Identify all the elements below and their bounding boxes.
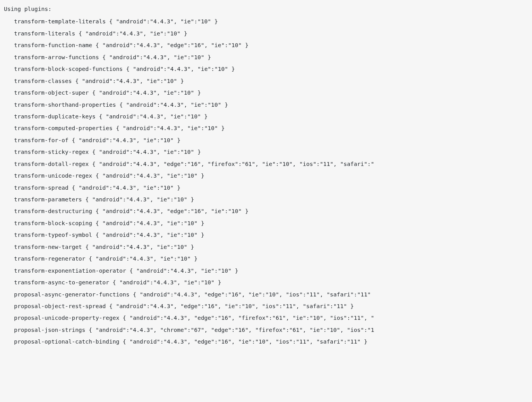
plugin-targets: { "android":"4.4.3", "ie":"10" } xyxy=(109,18,218,25)
plugin-name: transform-duplicate-keys xyxy=(14,113,96,120)
plugin-line: transform-template-literals { "android":… xyxy=(4,16,528,27)
plugin-line: transform-arrow-functions { "android":"4… xyxy=(4,51,528,63)
plugin-targets: { "android":"4.4.3", "ie":"10" } xyxy=(112,279,221,286)
plugin-line: transform-new-target { "android":"4.4.3"… xyxy=(4,241,528,253)
plugin-name: transform-exponentiation-operator xyxy=(14,268,126,274)
plugin-line: transform-function-name { "android":"4.4… xyxy=(4,39,528,51)
plugin-line: proposal-optional-catch-binding { "andro… xyxy=(4,336,528,347)
plugin-name: transform-dotall-regex xyxy=(14,161,89,167)
plugin-targets: { "android":"4.4.3", "ie":"10" } xyxy=(96,173,204,179)
plugin-line: transform-unicode-regex { "android":"4.4… xyxy=(4,170,528,182)
plugin-targets: { "android":"4.4.3", "ie":"10" } xyxy=(75,78,184,84)
plugin-name: transform-literals xyxy=(14,30,75,37)
plugin-targets: { "android":"4.4.3", "chrome":"67", "edg… xyxy=(89,327,374,333)
plugin-line: proposal-object-rest-spread { "android":… xyxy=(4,300,528,312)
plugin-targets: { "android":"4.4.3", "ie":"10" } xyxy=(92,149,201,155)
plugin-name: transform-classes xyxy=(14,78,72,84)
plugin-line: transform-literals { "android":"4.4.3", … xyxy=(4,28,528,39)
plugin-line: transform-spread { "android":"4.4.3", "i… xyxy=(4,182,528,194)
plugin-line: transform-block-scoped-functions { "andr… xyxy=(4,63,528,75)
plugin-targets: { "android":"4.4.3", "ie":"10" } xyxy=(96,232,204,238)
plugin-line: transform-dotall-regex { "android":"4.4.… xyxy=(4,158,528,170)
plugin-targets: { "android":"4.4.3", "ie":"10" } xyxy=(130,268,238,274)
plugin-targets: { "android":"4.4.3", "ie":"10" } xyxy=(79,30,187,37)
plugin-name: transform-destructuring xyxy=(14,208,92,214)
plugin-name: transform-function-name xyxy=(14,42,92,48)
plugin-line: transform-async-to-generator { "android"… xyxy=(4,277,528,288)
plugin-line: proposal-json-strings { "android":"4.4.3… xyxy=(4,324,528,336)
plugin-targets: { "android":"4.4.3", "edge":"16", "ie":"… xyxy=(123,339,367,345)
plugin-targets: { "android":"4.4.3", "ie":"10" } xyxy=(85,196,194,203)
plugin-targets: { "android":"4.4.3", "ie":"10" } xyxy=(102,54,211,60)
plugin-targets: { "android":"4.4.3", "edge":"16", "ie":"… xyxy=(96,208,249,214)
plugin-targets: { "android":"4.4.3", "ie":"10" } xyxy=(72,185,180,191)
plugin-line: proposal-unicode-property-regex { "andro… xyxy=(4,312,528,324)
plugin-targets: { "android":"4.4.3", "ie":"10" } xyxy=(85,244,194,250)
plugin-name: transform-computed-properties xyxy=(14,125,112,131)
plugin-name: transform-for-of xyxy=(14,137,68,143)
code-output: Using plugins: transform-template-litera… xyxy=(4,3,528,348)
plugin-targets: { "android":"4.4.3", "ie":"10" } xyxy=(119,102,228,108)
plugin-name: transform-regenerator xyxy=(14,256,85,262)
plugin-line: transform-shorthand-properties { "androi… xyxy=(4,99,528,111)
plugin-line: transform-sticky-regex { "android":"4.4.… xyxy=(4,146,528,158)
plugin-name: transform-shorthand-properties xyxy=(14,102,116,108)
plugin-line: transform-exponentiation-operator { "and… xyxy=(4,265,528,277)
plugin-line: proposal-async-generator-functions { "an… xyxy=(4,289,528,300)
plugin-name: transform-unicode-regex xyxy=(14,173,92,179)
plugin-line: transform-computed-properties { "android… xyxy=(4,122,528,134)
plugin-name: proposal-object-rest-spread xyxy=(14,303,106,309)
plugin-name: transform-typeof-symbol xyxy=(14,232,92,238)
plugin-name: transform-block-scoped-functions xyxy=(14,66,123,72)
plugin-name: transform-parameters xyxy=(14,196,82,203)
plugin-line: transform-regenerator { "android":"4.4.3… xyxy=(4,253,528,264)
plugin-name: transform-arrow-functions xyxy=(14,54,99,60)
plugin-name: transform-block-scoping xyxy=(14,220,92,226)
plugin-name: transform-async-to-generator xyxy=(14,279,109,286)
plugin-line: transform-for-of { "android":"4.4.3", "i… xyxy=(4,134,528,146)
plugin-name: proposal-unicode-property-regex xyxy=(14,315,119,321)
plugin-targets: { "android":"4.4.3", "ie":"10" } xyxy=(126,66,235,72)
plugin-line: transform-object-super { "android":"4.4.… xyxy=(4,87,528,99)
plugin-name: transform-new-target xyxy=(14,244,82,250)
plugin-targets: { "android":"4.4.3", "ie":"10" } xyxy=(96,220,204,226)
plugin-name: proposal-async-generator-functions xyxy=(14,291,130,298)
plugin-line: transform-typeof-symbol { "android":"4.4… xyxy=(4,229,528,241)
plugin-name: transform-template-literals xyxy=(14,18,106,25)
plugin-name: proposal-optional-catch-binding xyxy=(14,339,119,345)
plugin-targets: { "android":"4.4.3", "edge":"16", "ie":"… xyxy=(96,42,249,48)
plugin-targets: { "android":"4.4.3", "edge":"16", "ie":"… xyxy=(109,303,354,309)
plugin-line: transform-classes { "android":"4.4.3", "… xyxy=(4,75,528,87)
plugins-list: transform-template-literals { "android":… xyxy=(4,16,528,347)
plugin-line: transform-destructuring { "android":"4.4… xyxy=(4,205,528,217)
plugin-line: transform-duplicate-keys { "android":"4.… xyxy=(4,111,528,122)
plugin-targets: { "android":"4.4.3", "edge":"16", "ie":"… xyxy=(133,291,371,298)
plugin-line: transform-block-scoping { "android":"4.4… xyxy=(4,217,528,229)
plugin-name: proposal-json-strings xyxy=(14,327,85,333)
plugin-name: transform-spread xyxy=(14,185,68,191)
plugin-targets: { "android":"4.4.3", "ie":"10" } xyxy=(116,125,225,131)
plugin-targets: { "android":"4.4.3", "ie":"10" } xyxy=(92,90,201,96)
plugin-line: transform-parameters { "android":"4.4.3"… xyxy=(4,194,528,205)
plugin-name: transform-object-super xyxy=(14,90,89,96)
plugin-targets: { "android":"4.4.3", "ie":"10" } xyxy=(89,256,197,262)
plugins-header: Using plugins: xyxy=(4,3,528,15)
plugin-targets: { "android":"4.4.3", "edge":"16", "firef… xyxy=(92,161,374,167)
plugin-targets: { "android":"4.4.3", "ie":"10" } xyxy=(72,137,180,143)
plugin-targets: { "android":"4.4.3", "ie":"10" } xyxy=(99,113,207,120)
plugin-name: transform-sticky-regex xyxy=(14,149,89,155)
plugin-targets: { "android":"4.4.3", "edge":"16", "firef… xyxy=(123,315,374,321)
